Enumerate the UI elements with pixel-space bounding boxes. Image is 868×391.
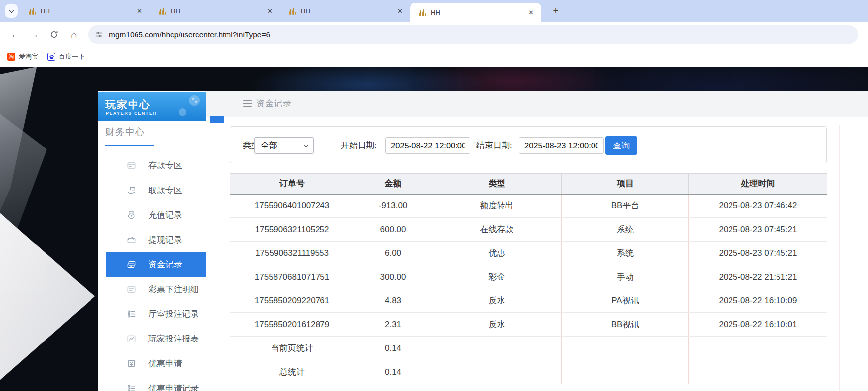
filter-bar: 类型: 全部 开始日期: 结束日期: 查询 (230, 126, 827, 163)
summary-row: 总统计0.14 (230, 360, 827, 384)
table-cell: 600.00 (354, 218, 432, 242)
sidebar-item-资金记录[interactable]: ¥资金记录› (106, 252, 206, 277)
table-cell: 额度转出 (432, 194, 562, 218)
sidebar-menu: 存款专区取款专区¥充值记录提现记录¥资金记录›彩票下注明细厅室投注记录玩家投注报… (98, 153, 206, 391)
sidebar-item-玩家投注报表[interactable]: 玩家投注报表 (98, 326, 206, 351)
table-cell: 2025-08-22 16:10:09 (689, 289, 827, 313)
table-cell: 反水 (432, 313, 562, 337)
withdraw-hand-icon (127, 186, 136, 195)
tab-strip: HH✕HH✕HH✕HH✕ + (0, 0, 868, 22)
reload-button[interactable] (47, 22, 60, 47)
chevron-down-icon (304, 143, 309, 147)
column-header: 金额 (354, 174, 432, 194)
waveform-favicon-icon (29, 7, 36, 15)
sidebar-item-label: 优惠申请 (148, 358, 182, 369)
url-text[interactable]: mgm1065.com/hhcp/usercenter.html?iniType… (109, 25, 270, 44)
column-header: 项目 (562, 174, 689, 194)
sidebar-item-彩票下注明细[interactable]: 彩票下注明细 (98, 277, 206, 301)
sidebar: 玩家中心 PLAYERS CENTER 财务中心 存款专区取款专区¥充值记录提现… (98, 91, 206, 391)
search-button[interactable]: 查询 (605, 136, 637, 155)
close-tab-icon[interactable]: ✕ (267, 7, 273, 15)
browser-tab[interactable]: HH✕ (410, 3, 541, 22)
tab-strip-tabs: HH✕HH✕HH✕HH✕ (20, 0, 541, 22)
funds-record-table: 订单号金额类型项目处理时间 1755906401007243-913.00额度转… (230, 173, 827, 384)
table-cell: 2025-08-22 21:51:21 (689, 265, 827, 289)
player-report-icon (127, 334, 136, 343)
table-cell: 0.14 (354, 360, 432, 384)
main-area: 资金记录 类型: 全部 开始日期: 结束日期: 查询 订单号金额类型项目处理时间… (206, 91, 868, 391)
browser-tab[interactable]: HH✕ (280, 0, 410, 22)
promo-record-icon (127, 384, 136, 391)
table-cell: 1755850209220761 (230, 289, 354, 313)
sidebar-item-优惠申请[interactable]: 优惠申请 (98, 351, 206, 376)
promo-apply-icon (127, 359, 136, 368)
table-cell: 系统 (562, 242, 689, 265)
hall-bet-record-icon (127, 309, 136, 319)
table-header: 订单号金额类型项目处理时间 (230, 174, 827, 194)
table-cell: BB平台 (562, 194, 689, 218)
background-triangle (0, 209, 95, 384)
sidebar-item-优惠申请记录[interactable]: 优惠申请记录 (98, 376, 206, 391)
browser-toolbar: ← → ⌂ mgm1065.com/hhcp/usercenter.html?i… (0, 22, 868, 47)
column-header: 处理时间 (689, 174, 827, 194)
tab-search-chevron-button[interactable] (5, 4, 18, 18)
table-cell: 2025-08-22 16:10:01 (689, 313, 827, 337)
bookmark-baidu[interactable]: 百度一下 (47, 47, 85, 67)
close-tab-icon[interactable]: ✕ (397, 7, 403, 15)
home-button[interactable]: ⌂ (67, 22, 80, 47)
sidebar-item-label: 资金记录 (148, 259, 182, 270)
table-cell: 当前页统计 (230, 337, 354, 360)
page-title: 资金记录 (256, 91, 292, 117)
sidebar-item-取款专区[interactable]: 取款专区 (98, 178, 206, 202)
sidebar-title: 玩家中心 (105, 98, 151, 112)
table-row: 17558502092207614.83反水PA视讯2025-08-22 16:… (230, 289, 827, 313)
sidebar-item-充值记录[interactable]: ¥充值记录 (98, 202, 206, 227)
sidebar-item-厅室投注记录[interactable]: 厅室投注记录 (98, 301, 206, 326)
table-cell (432, 337, 562, 360)
table-body: 1755906401007243-913.00额度转出BB平台2025-08-2… (230, 194, 827, 384)
deposit-card-icon (127, 161, 136, 170)
table-cell (562, 360, 689, 384)
content-panel: 玩家中心 PLAYERS CENTER 财务中心 存款专区取款专区¥充值记录提现… (98, 91, 868, 391)
table-cell: 2025-08-23 07:46:42 (689, 194, 827, 218)
browser-tab[interactable]: HH✕ (20, 0, 150, 22)
type-select[interactable]: 全部 (254, 137, 314, 154)
table-cell (432, 360, 562, 384)
page-title-bar: 资金记录 (206, 91, 868, 117)
bookmark-label: 爱淘宝 (19, 52, 38, 61)
end-date-input[interactable] (519, 137, 604, 154)
svg-text:¥: ¥ (130, 264, 132, 267)
bookmark-taobao[interactable]: 淘 爱淘宝 (7, 47, 38, 67)
table-cell: 1755906321105252 (230, 218, 354, 242)
hamburger-menu-icon[interactable] (243, 100, 252, 108)
back-button[interactable]: ← (9, 22, 22, 47)
end-date-label: 结束日期: (476, 137, 512, 154)
waveform-favicon-icon (159, 7, 166, 15)
close-tab-icon[interactable]: ✕ (137, 7, 142, 15)
browser-tab[interactable]: HH✕ (150, 0, 280, 22)
forward-button[interactable]: → (28, 22, 41, 47)
start-date-input[interactable] (385, 137, 470, 154)
sidebar-item-label: 玩家投注报表 (148, 333, 199, 344)
address-bar[interactable]: mgm1065.com/hhcp/usercenter.html?iniType… (88, 25, 858, 44)
tab-title: HH (171, 7, 267, 15)
sidebar-item-label: 优惠申请记录 (148, 383, 199, 391)
sidebar-item-提现记录[interactable]: 提现记录 (98, 227, 206, 252)
table-cell: 0.14 (354, 337, 432, 360)
start-date-label: 开始日期: (341, 137, 377, 154)
close-tab-icon[interactable]: ✕ (528, 9, 534, 16)
taobao-icon: 淘 (7, 53, 15, 61)
site-settings-tune-icon[interactable] (94, 30, 104, 39)
table-cell: 1755850201612879 (230, 313, 354, 337)
table-row: 17558502016128792.31反水BB视讯2025-08-22 16:… (230, 313, 827, 337)
bookmark-label: 百度一下 (59, 52, 85, 61)
sidebar-item-存款专区[interactable]: 存款专区 (98, 153, 206, 178)
tab-title: HH (301, 7, 397, 15)
sidebar-item-label: 取款专区 (148, 185, 182, 196)
new-tab-button[interactable]: + (550, 5, 562, 17)
column-header: 类型 (432, 174, 562, 194)
lottery-detail-icon (127, 285, 136, 294)
baidu-paw-icon (47, 53, 55, 61)
sidebar-item-label: 提现记录 (148, 234, 182, 245)
table-cell: 300.00 (354, 265, 432, 289)
